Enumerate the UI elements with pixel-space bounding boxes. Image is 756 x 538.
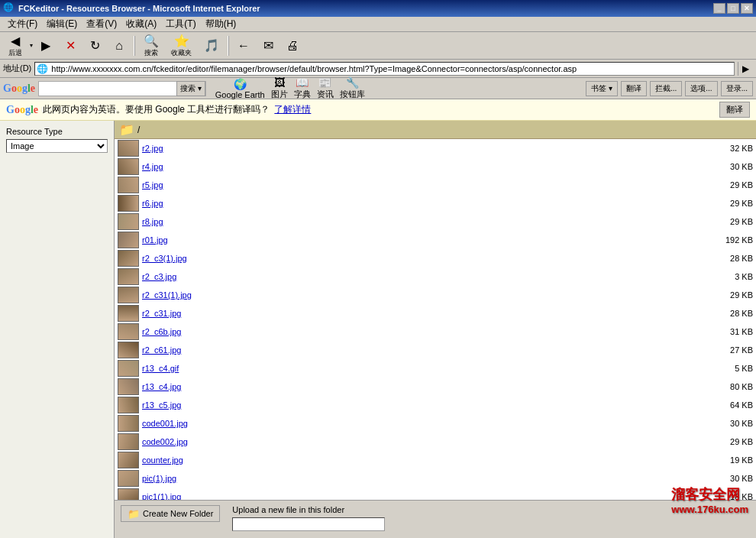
window-controls: _ □ ✕ (713, 3, 753, 14)
file-item[interactable]: code002.jpg29 KB (115, 433, 756, 451)
file-item[interactable]: r2.jpg32 KB (115, 139, 756, 157)
mail-button[interactable]: ✉ (257, 34, 279, 57)
file-name[interactable]: r2_c61.jpg (142, 345, 712, 355)
translate-button[interactable]: 翻译 (621, 81, 647, 96)
file-name[interactable]: r2_c3(1).jpg (142, 254, 712, 263)
upload-file-input[interactable] (232, 517, 385, 531)
create-new-folder-button[interactable]: 📁 Create New Folder (121, 505, 220, 522)
home-button[interactable]: ⌂ (108, 34, 131, 57)
file-name[interactable]: r01.jpg (142, 235, 712, 245)
file-name[interactable]: r2_c6b.jpg (142, 327, 712, 336)
home-icon: ⌂ (115, 39, 123, 53)
file-thumbnail (118, 342, 139, 358)
file-name[interactable]: r5.jpg (142, 180, 712, 190)
login-button[interactable]: 登录... (721, 81, 753, 96)
google-buttons-tool[interactable]: 🔧 按钮库 (340, 76, 365, 100)
file-item[interactable]: r6.jpg29 KB (115, 194, 756, 212)
file-name[interactable]: r4.jpg (142, 162, 712, 171)
file-name[interactable]: r2_c3.jpg (142, 272, 712, 281)
news-label: 资讯 (317, 89, 334, 100)
file-item[interactable]: counter.jpg19 KB (115, 451, 756, 469)
file-name[interactable]: r13_c5.jpg (142, 400, 712, 410)
file-name[interactable]: pic1(1).jpg (142, 492, 712, 500)
file-name[interactable]: r13_c4.gif (142, 364, 712, 373)
back-button[interactable]: ◀ 后退 (3, 34, 27, 57)
file-list[interactable]: r2.jpg32 KBr4.jpg30 KBr5.jpg29 KBr6.jpg2… (115, 139, 756, 500)
translate-page-button[interactable]: 翻译 (719, 102, 750, 118)
left-panel: Resource Type File Image Flash Media (0, 121, 115, 538)
history-button[interactable]: ← (232, 34, 255, 57)
window-icon: 🌐 (3, 2, 15, 15)
file-name[interactable]: counter.jpg (142, 455, 712, 465)
file-item[interactable]: pic(1).jpg30 KB (115, 469, 756, 488)
forward-button[interactable]: ▶ (34, 34, 57, 57)
file-item[interactable]: r2_c3(1).jpg28 KB (115, 249, 756, 267)
bookmark-button[interactable]: 书签 ▾ (586, 81, 618, 96)
history-icon: ← (237, 39, 250, 53)
file-item[interactable]: r2_c31(1).jpg29 KB (115, 286, 756, 304)
dict-label: 字典 (294, 89, 311, 100)
menu-file[interactable]: 文件(F) (3, 16, 42, 32)
file-item[interactable]: code001.jpg30 KB (115, 414, 756, 433)
back-dropdown-icon[interactable]: ▾ (30, 42, 33, 49)
media-button[interactable]: 🎵 (199, 34, 225, 57)
google-dict-tool[interactable]: 📖 字典 (294, 76, 311, 100)
file-thumbnail (118, 195, 139, 212)
file-item[interactable]: pic1(1).jpg18 KB (115, 488, 756, 500)
file-name[interactable]: pic(1).jpg (142, 474, 712, 483)
file-name[interactable]: code001.jpg (142, 419, 712, 428)
browser-toolbar: ◀ 后退 ▾ ▶ ✕ ↻ ⌂ 🔍 搜索 ⭐ 收藏夹 🎵 ← ✉ 🖨 (0, 32, 756, 60)
menu-help[interactable]: 帮助(H) (201, 16, 241, 32)
file-name[interactable]: code002.jpg (142, 437, 712, 446)
refresh-button[interactable]: ↻ (83, 34, 106, 57)
media-icon: 🎵 (204, 38, 219, 53)
file-size: 30 KB (715, 474, 753, 483)
go-button[interactable]: ▶ (738, 62, 753, 76)
file-item[interactable]: r13_c5.jpg64 KB (115, 396, 756, 414)
close-button[interactable]: ✕ (741, 3, 753, 14)
minimize-button[interactable]: _ (713, 3, 725, 14)
google-images-tool[interactable]: 🖼 图片 (271, 76, 288, 100)
google-news-tool[interactable]: 📰 资讯 (317, 76, 334, 100)
file-name[interactable]: r2_c31(1).jpg (142, 290, 712, 300)
file-item[interactable]: r5.jpg29 KB (115, 176, 756, 194)
google-search-button[interactable]: 搜索 ▾ (176, 81, 205, 96)
maximize-button[interactable]: □ (727, 3, 739, 14)
block-button[interactable]: 拦截... (650, 81, 682, 96)
menu-edit[interactable]: 编辑(E) (42, 16, 82, 32)
file-size: 19 KB (715, 455, 753, 465)
file-item[interactable]: r2_c61.jpg27 KB (115, 341, 756, 359)
stop-button[interactable]: ✕ (59, 34, 82, 57)
file-item[interactable]: r01.jpg192 KB (115, 231, 756, 249)
file-item[interactable]: r8.jpg29 KB (115, 212, 756, 231)
menu-favorites[interactable]: 收藏(A) (121, 16, 161, 32)
file-name[interactable]: r2.jpg (142, 144, 712, 153)
google-earth-tool[interactable]: 🌍 Google Earth (215, 78, 265, 99)
menu-view[interactable]: 查看(V) (82, 16, 121, 32)
file-item[interactable]: r2_c31.jpg28 KB (115, 304, 756, 322)
file-name[interactable]: r13_c4.jpg (142, 382, 712, 391)
file-name[interactable]: r8.jpg (142, 217, 712, 226)
favorites-button[interactable]: ⭐ 收藏夹 (166, 34, 197, 57)
print-button[interactable]: 🖨 (281, 34, 304, 57)
file-item[interactable]: r2_c3.jpg3 KB (115, 267, 756, 286)
file-item[interactable]: r4.jpg30 KB (115, 157, 756, 176)
search-button[interactable]: 🔍 搜索 (138, 34, 164, 57)
file-size: 28 KB (715, 254, 753, 263)
address-bar: 地址(D) 🌐 ▶ (0, 60, 756, 78)
file-item[interactable]: r2_c6b.jpg31 KB (115, 322, 756, 341)
options-button[interactable]: 选项... (685, 81, 717, 96)
address-input[interactable] (50, 64, 734, 73)
resource-type-select[interactable]: File Image Flash Media (6, 139, 108, 153)
upload-label: Upload a new file in this folder (232, 505, 385, 514)
google-search-input[interactable] (39, 83, 176, 94)
translation-details-link[interactable]: 了解详情 (274, 103, 311, 116)
file-name[interactable]: r2_c31.jpg (142, 309, 712, 318)
google-logo: Google (3, 83, 35, 95)
file-thumbnail (118, 140, 139, 157)
file-thumbnail (118, 250, 139, 267)
menu-tools[interactable]: 工具(T) (161, 16, 200, 32)
file-item[interactable]: r13_c4.gif5 KB (115, 359, 756, 378)
file-item[interactable]: r13_c4.jpg80 KB (115, 378, 756, 396)
file-name[interactable]: r6.jpg (142, 199, 712, 208)
